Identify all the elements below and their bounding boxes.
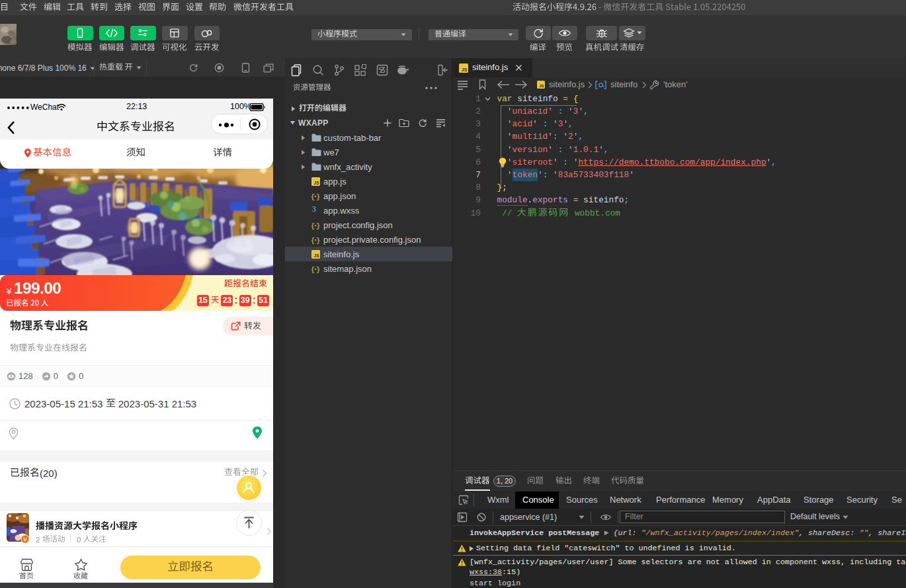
svg-text:JS: JS <box>539 84 544 88</box>
svg-text:{: { <box>311 193 315 200</box>
svg-text:}: } <box>316 266 320 273</box>
svg-text:}: } <box>316 222 320 230</box>
svg-text:JS: JS <box>314 253 320 258</box>
svg-text:JS: JS <box>314 181 320 185</box>
svg-text:}: } <box>316 237 320 244</box>
svg-text:{: { <box>311 222 315 230</box>
svg-text:V: V <box>23 536 27 542</box>
svg-text:{: { <box>311 237 315 244</box>
svg-text:JS: JS <box>462 67 468 72</box>
svg-text:}: } <box>316 193 320 200</box>
svg-text:{: { <box>311 266 315 273</box>
